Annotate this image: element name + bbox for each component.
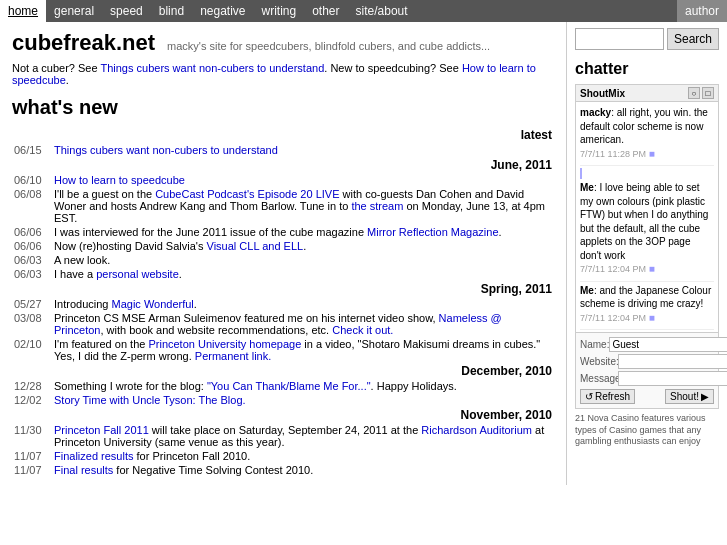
refresh-icon: ↺ — [585, 391, 593, 402]
cubecast-link[interactable]: CubeCast Podcast's — [155, 188, 254, 200]
entry-date-0615: 06/15 — [12, 143, 52, 157]
main-container: cubefreak.net macky's site for speedcube… — [0, 22, 727, 485]
date-0610: 06/10 — [12, 173, 52, 187]
section-header-spring: Spring, 2011 — [52, 281, 554, 297]
finalized-results-link[interactable]: Finalized results — [54, 450, 133, 462]
entry-text-0615: Things cubers want non-cubers to underst… — [52, 143, 554, 157]
shout-hash-1: ■ — [649, 263, 655, 274]
date-1228: 12/28 — [12, 379, 52, 393]
shout-msg-2: Me: and the Japanese Colour scheme is dr… — [580, 284, 714, 325]
text-0606a: I was interviewed for the June 2011 issu… — [52, 225, 554, 239]
checkit-link[interactable]: Check it out. — [332, 324, 393, 336]
author-button[interactable]: author — [677, 0, 727, 22]
date-1202: 12/02 — [12, 393, 52, 407]
nav-other[interactable]: other — [304, 0, 347, 22]
name-row: Name: — [580, 337, 714, 352]
date-0210: 02/10 — [12, 337, 52, 363]
site-tagline: macky's site for speedcubers, blindfold … — [167, 40, 490, 52]
shout-user-0: macky — [580, 107, 611, 118]
shout-time-2: 7/7/11 12:04 PM — [580, 313, 646, 323]
not-cuber-link[interactable]: Things cubers want non-cubers to underst… — [100, 62, 324, 74]
shout-button[interactable]: Shout! ▶ — [665, 389, 714, 404]
thanksblame-link[interactable]: "You Can Thank/Blame Me For..." — [207, 380, 371, 392]
nav-home[interactable]: home — [0, 0, 46, 22]
shout-text-2: and the Japanese Colour scheme is drivin… — [580, 285, 711, 310]
shoutmix-actions: ↺ Refresh Shout! ▶ — [580, 389, 714, 404]
date-0608: 06/08 — [12, 187, 52, 225]
text-1202: Story Time with Uncle Tyson: The Blog. — [52, 393, 554, 407]
shout-user-1: Me — [580, 182, 594, 193]
name-input[interactable] — [609, 337, 727, 352]
visual-cll-link[interactable]: Visual CLL and ELL — [207, 240, 304, 252]
nav-items: home general speed blind negative writin… — [0, 0, 416, 22]
story-time-link[interactable]: Story Time with Uncle Tyson: The Blog. — [54, 394, 246, 406]
text-0608: I'll be a guest on the CubeCast Podcast'… — [52, 187, 554, 225]
latest-date-cell — [12, 127, 52, 143]
spam-notice: 21 Nova Casino features various types of… — [575, 413, 719, 448]
website-input[interactable] — [618, 354, 727, 369]
text-1107b: Final results for Negative Time Solving … — [52, 463, 554, 477]
shoutmix-messages[interactable]: macky: all right, you win. the default c… — [576, 102, 718, 332]
nameless-link[interactable]: Nameless @ Princeton — [54, 312, 502, 336]
final-results-link[interactable]: Final results — [54, 464, 113, 476]
search-row: Search — [575, 28, 719, 50]
search-input[interactable] — [575, 28, 664, 50]
section-header-june: June, 2011 — [52, 157, 554, 173]
permanent-link[interactable]: Permanent link. — [195, 350, 271, 362]
shout-hash-2: ■ — [649, 312, 655, 323]
name-label: Name: — [580, 339, 609, 350]
shoutmix-ctrl-circle[interactable]: ○ — [688, 87, 700, 99]
nav-general[interactable]: general — [46, 0, 102, 22]
text-1107a: Finalized results for Princeton Fall 201… — [52, 449, 554, 463]
shoutmix-ctrl-square[interactable]: □ — [702, 87, 714, 99]
refresh-button[interactable]: ↺ Refresh — [580, 389, 635, 404]
message-input[interactable] — [618, 371, 727, 386]
shout-cursor-0 — [580, 168, 714, 179]
nav-negative[interactable]: negative — [192, 0, 253, 22]
nav-blind[interactable]: blind — [151, 0, 192, 22]
shout-msg-0: macky: all right, you win. the default c… — [580, 106, 714, 160]
text-1228: Something I wrote for the blog: "You Can… — [52, 379, 554, 393]
main-content: cubefreak.net macky's site for speedcube… — [0, 22, 567, 485]
sidebar: Search chatter ShoutMix ○ □ macky: all r… — [567, 22, 727, 485]
princeton-homepage-link[interactable]: Princeton University homepage — [148, 338, 301, 350]
text-0606b: Now (re)hosting David Salvia's Visual CL… — [52, 239, 554, 253]
website-label: Website: — [580, 356, 618, 367]
search-button[interactable]: Search — [667, 28, 719, 50]
nav-siteabout[interactable]: site/about — [348, 0, 416, 22]
shout-time-1: 7/7/11 12:04 PM — [580, 264, 646, 274]
shout-time-0: 7/7/11 11:28 PM — [580, 149, 646, 159]
princeton-fall-link[interactable]: Princeton Fall 2011 — [54, 424, 149, 436]
magic-wonderful-link[interactable]: Magic Wonderful — [111, 298, 193, 310]
nav-speed[interactable]: speed — [102, 0, 151, 22]
entry-link-0615[interactable]: Things cubers want non-cubers to underst… — [54, 144, 278, 156]
date-1107b: 11/07 — [12, 463, 52, 477]
latest-header: latest — [52, 127, 554, 143]
shout-text-1: I love being able to set my own colours … — [580, 182, 708, 261]
site-title: cubefreak.net — [12, 30, 155, 56]
website-row: Website: — [580, 354, 714, 369]
not-cuber-line: Not a cuber? See Things cubers want non-… — [12, 62, 554, 86]
new-to-text: . New to speedcubing? See — [324, 62, 462, 74]
section-date-nov — [12, 407, 52, 423]
mirror-link[interactable]: Mirror Reflection Magazine — [367, 226, 498, 238]
stream-link[interactable]: the stream — [351, 200, 403, 212]
episode20-link[interactable]: Episode 20 LIVE — [258, 188, 340, 200]
richardson-link[interactable]: Richardson Auditorium — [421, 424, 532, 436]
date-0603b: 06/03 — [12, 267, 52, 281]
refresh-label: Refresh — [595, 391, 630, 402]
site-header: cubefreak.net macky's site for speedcube… — [12, 30, 554, 56]
date-0603a: 06/03 — [12, 253, 52, 267]
section-date-dec — [12, 363, 52, 379]
text-0603a: A new look. — [52, 253, 554, 267]
date-0308: 03/08 — [12, 311, 52, 337]
shout-hash-0: ■ — [649, 148, 655, 159]
date-1107a: 11/07 — [12, 449, 52, 463]
link-0610[interactable]: How to learn to speedcube — [54, 174, 185, 186]
top-navigation: home general speed blind negative writin… — [0, 0, 727, 22]
personal-website-link[interactable]: personal website — [96, 268, 179, 280]
nav-writing[interactable]: writing — [254, 0, 305, 22]
period: . — [66, 74, 69, 86]
shoutmix-area: ShoutMix ○ □ macky: all right, you win. … — [575, 84, 719, 409]
text-0527: Introducing Magic Wonderful. — [52, 297, 554, 311]
